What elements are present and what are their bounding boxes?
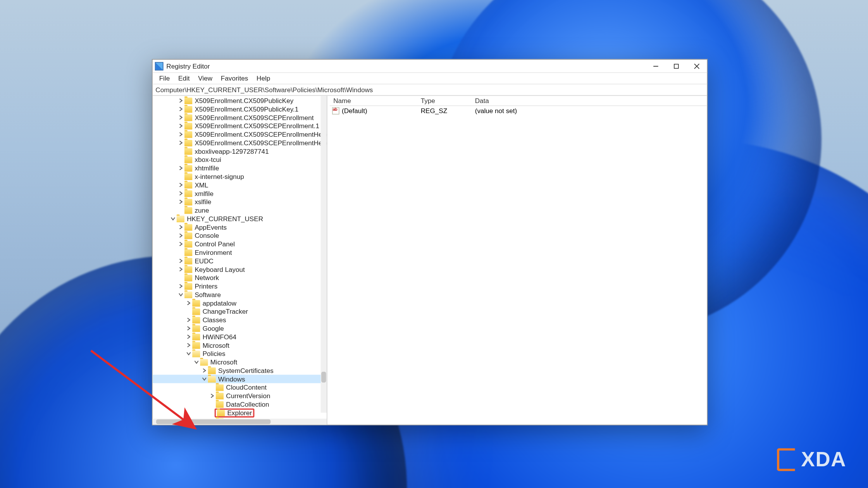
menu-help[interactable]: Help bbox=[252, 72, 274, 84]
expand-toggle[interactable] bbox=[177, 165, 184, 172]
menu-view[interactable]: View bbox=[194, 72, 217, 84]
tree-node[interactable]: Classes bbox=[153, 316, 327, 324]
expand-toggle[interactable] bbox=[185, 350, 193, 357]
tree-node[interactable]: appdatalow bbox=[153, 299, 327, 308]
expand-toggle[interactable] bbox=[208, 392, 216, 400]
address-bar[interactable]: Computer\HKEY_CURRENT_USER\Software\Poli… bbox=[153, 84, 707, 96]
column-header-name[interactable]: Name bbox=[330, 97, 417, 104]
folder-icon bbox=[192, 300, 200, 306]
expand-toggle[interactable] bbox=[193, 359, 200, 366]
tree-node[interactable]: x-internet-signup bbox=[153, 172, 327, 181]
tree-node[interactable]: xslfile bbox=[153, 198, 327, 206]
expand-toggle[interactable] bbox=[177, 114, 184, 121]
expand-toggle[interactable] bbox=[177, 283, 184, 290]
tree-node[interactable]: xmlfile bbox=[153, 189, 327, 198]
expand-toggle[interactable] bbox=[177, 223, 184, 231]
tree-node-label: Console bbox=[195, 231, 219, 240]
expand-toggle[interactable] bbox=[177, 181, 184, 189]
tree-node[interactable]: Network bbox=[153, 273, 327, 282]
tree-vertical-scrollbar[interactable] bbox=[321, 96, 327, 412]
expand-toggle[interactable] bbox=[177, 232, 184, 239]
tree-node[interactable]: HWiNFO64 bbox=[153, 333, 327, 341]
tree-node[interactable]: EUDC bbox=[153, 257, 327, 265]
tree-node[interactable]: Console bbox=[153, 231, 327, 240]
expand-toggle[interactable] bbox=[185, 333, 193, 340]
expand-toggle[interactable] bbox=[177, 266, 184, 273]
expand-toggle[interactable] bbox=[201, 375, 208, 383]
tree-node[interactable]: Software bbox=[153, 290, 327, 299]
tree-node[interactable]: Environment bbox=[153, 248, 327, 257]
value-row[interactable]: (Default) REG_SZ (value not set) bbox=[330, 106, 707, 115]
folder-icon bbox=[184, 190, 192, 197]
close-button[interactable] bbox=[687, 59, 707, 72]
tree-node[interactable]: X509Enrollment.CX509PublicKey.1 bbox=[153, 105, 327, 113]
expand-toggle[interactable] bbox=[185, 325, 193, 332]
tree-node[interactable]: xbox-tcui bbox=[153, 155, 327, 164]
tree-node[interactable]: X509Enrollment.CX509SCEPEnrollmentHelper… bbox=[153, 139, 327, 147]
tree-node[interactable]: XML bbox=[153, 181, 327, 189]
tree-node[interactable]: ChangeTracker bbox=[153, 307, 327, 316]
expand-toggle[interactable] bbox=[169, 215, 177, 222]
tree-horizontal-scrollbar[interactable] bbox=[153, 419, 327, 425]
tree-node[interactable]: DataCollection bbox=[153, 400, 327, 409]
titlebar[interactable]: Registry Editor bbox=[153, 60, 707, 73]
tree-node[interactable]: zune bbox=[153, 206, 327, 215]
folder-icon bbox=[192, 325, 200, 332]
tree-node[interactable]: AppEvents bbox=[153, 223, 327, 232]
tree-node-label: xbox-tcui bbox=[195, 155, 221, 164]
expand-toggle[interactable] bbox=[177, 131, 184, 138]
expand-toggle[interactable] bbox=[177, 190, 184, 197]
expand-toggle[interactable] bbox=[177, 139, 184, 146]
column-header-type[interactable]: Type bbox=[417, 97, 471, 104]
scrollbar-thumb[interactable] bbox=[321, 372, 326, 383]
tree-node[interactable]: Microsoft bbox=[153, 341, 327, 349]
tree-node[interactable]: CurrentVersion bbox=[153, 392, 327, 400]
expand-toggle[interactable] bbox=[201, 367, 208, 374]
expand-toggle[interactable] bbox=[177, 257, 184, 265]
tree-node[interactable]: xboxliveapp-1297287741 bbox=[153, 147, 327, 156]
tree-node[interactable]: X509Enrollment.CX509PublicKey bbox=[153, 96, 327, 105]
expand-toggle[interactable] bbox=[177, 198, 184, 206]
tree-node[interactable]: Explorer bbox=[153, 409, 327, 417]
expand-toggle[interactable] bbox=[185, 342, 193, 349]
menu-favorites[interactable]: Favorites bbox=[217, 72, 252, 84]
tree-node[interactable]: Policies bbox=[153, 349, 327, 358]
values-header: Name Type Data bbox=[330, 96, 707, 106]
maximize-button[interactable] bbox=[666, 59, 687, 72]
menu-file[interactable]: File bbox=[155, 72, 174, 84]
menu-edit[interactable]: Edit bbox=[174, 72, 194, 84]
tree-node[interactable]: X509Enrollment.CX509SCEPEnrollmentHelper bbox=[153, 130, 327, 139]
tree-node[interactable]: Control Panel bbox=[153, 240, 327, 248]
expand-toggle[interactable] bbox=[177, 122, 184, 130]
tree-node[interactable]: Windows bbox=[153, 375, 327, 383]
expand-toggle[interactable] bbox=[177, 291, 184, 298]
expand-toggle[interactable] bbox=[177, 241, 184, 248]
tree-node[interactable]: Microsoft bbox=[153, 358, 327, 366]
tree-node[interactable]: SystemCertificates bbox=[153, 366, 327, 375]
tree-node[interactable]: Google bbox=[153, 324, 327, 333]
expand-toggle[interactable] bbox=[177, 97, 184, 104]
expand-toggle bbox=[185, 308, 193, 315]
column-header-data[interactable]: Data bbox=[471, 97, 595, 104]
folder-icon bbox=[184, 123, 192, 129]
folder-icon bbox=[217, 409, 225, 416]
folder-icon bbox=[200, 359, 208, 365]
tree-node-label: Keyboard Layout bbox=[195, 265, 245, 273]
folder-icon bbox=[216, 392, 224, 399]
tree-node[interactable]: X509Enrollment.CX509SCEPEnrollment bbox=[153, 113, 327, 122]
svg-rect-1 bbox=[674, 64, 679, 68]
tree-node[interactable]: HKEY_CURRENT_USER bbox=[153, 215, 327, 223]
folder-icon bbox=[184, 156, 192, 163]
tree-node[interactable]: Keyboard Layout bbox=[153, 265, 327, 273]
tree-node[interactable]: xhtmlfile bbox=[153, 164, 327, 172]
scrollbar-thumb[interactable] bbox=[156, 419, 271, 424]
tree-node[interactable]: Printers bbox=[153, 282, 327, 290]
expand-toggle[interactable] bbox=[177, 105, 184, 113]
tree-node[interactable]: CloudContent bbox=[153, 383, 327, 392]
tree-node[interactable]: X509Enrollment.CX509SCEPEnrollment.1 bbox=[153, 122, 327, 130]
folder-icon bbox=[216, 384, 224, 391]
expand-toggle[interactable] bbox=[185, 299, 193, 307]
minimize-button[interactable] bbox=[646, 59, 666, 72]
folder-icon bbox=[192, 342, 200, 349]
expand-toggle[interactable] bbox=[185, 316, 193, 324]
